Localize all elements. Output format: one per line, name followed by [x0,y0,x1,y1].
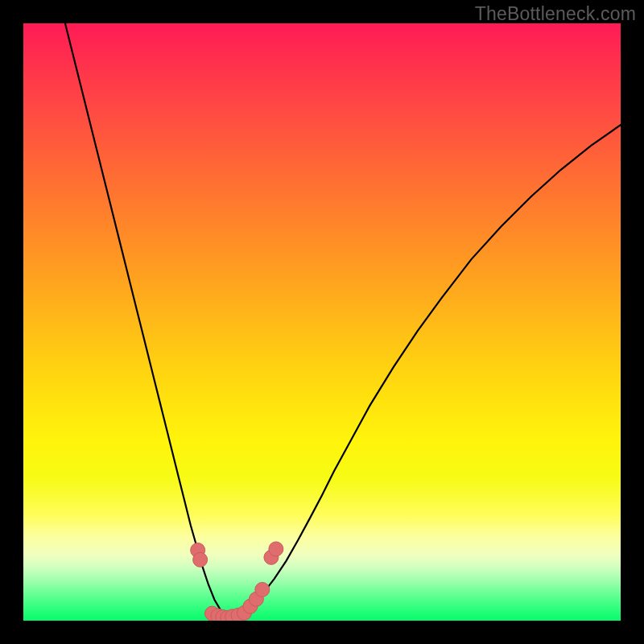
data-marker [269,542,283,556]
curve-layer [65,23,621,617]
data-marker [193,552,208,567]
curve-right-branch [226,125,621,617]
marker-layer [191,542,283,621]
plot-area [23,23,621,621]
data-marker [255,582,270,597]
curve-left-branch [65,23,226,617]
attribution-text: TheBottleneck.com [475,3,636,25]
chart-svg [23,23,621,621]
chart-frame: TheBottleneck.com [0,0,644,644]
